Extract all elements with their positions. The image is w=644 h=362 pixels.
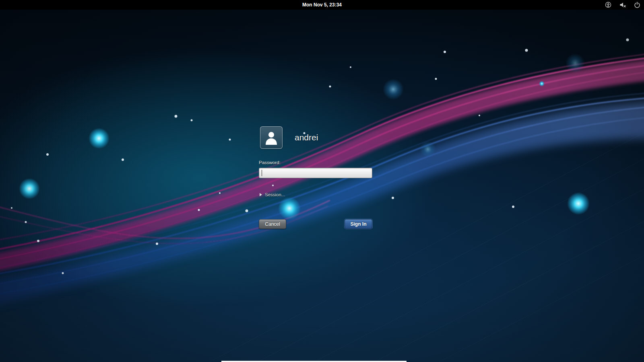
wallpaper bbox=[0, 0, 644, 362]
volume-muted-icon[interactable] bbox=[619, 1, 626, 8]
power-icon[interactable] bbox=[634, 1, 641, 8]
button-row: Cancel Sign In bbox=[259, 219, 372, 229]
system-tray bbox=[605, 0, 641, 10]
sign-in-button[interactable]: Sign In bbox=[345, 219, 372, 229]
person-icon bbox=[263, 130, 279, 146]
cancel-button[interactable]: Cancel bbox=[259, 219, 286, 229]
password-input[interactable] bbox=[259, 168, 372, 178]
text-caret bbox=[262, 170, 262, 176]
user-avatar bbox=[260, 126, 283, 149]
session-label: Session... bbox=[265, 192, 285, 197]
session-expander[interactable]: Session... bbox=[260, 192, 285, 197]
username-label: andrei bbox=[295, 133, 318, 142]
user-row: andrei bbox=[259, 126, 372, 149]
password-label: Password: bbox=[259, 160, 281, 165]
clock[interactable]: Mon Nov 5, 23:34 bbox=[0, 0, 644, 10]
top-bar: Mon Nov 5, 23:34 bbox=[0, 0, 644, 10]
accessibility-icon[interactable] bbox=[605, 1, 612, 8]
wallpaper-waves bbox=[0, 0, 644, 362]
password-field-wrap bbox=[259, 168, 372, 178]
login-dialog: andrei Password: Session... Cancel Sign … bbox=[259, 126, 372, 149]
expander-arrow-icon bbox=[260, 193, 262, 196]
